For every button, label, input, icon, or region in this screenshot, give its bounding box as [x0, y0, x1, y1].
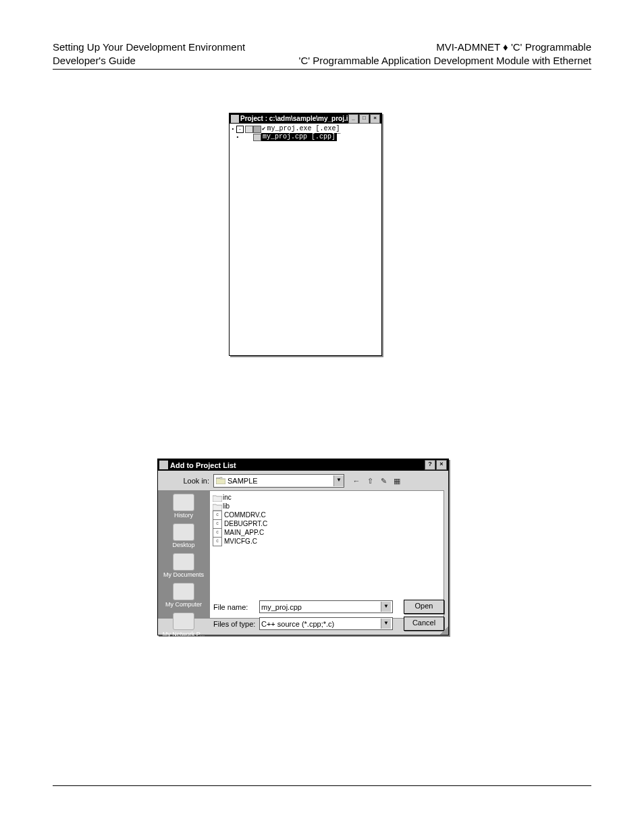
list-item[interactable]: c COMMDRV.C [213, 511, 441, 519]
lookin-row: Look in: SAMPLE ▼ ← ⇧ ✎ ▦ [158, 471, 448, 490]
close-button[interactable]: × [370, 114, 380, 124]
filename-row: File name: my_proj.cpp ▼ Open [213, 600, 444, 614]
up-one-level-icon[interactable]: ⇧ [365, 475, 375, 486]
tree-child-row[interactable]: • my_proj.cpp [.cpp] [231, 133, 380, 141]
resize-grip[interactable] [440, 627, 448, 635]
header-left-line1: Setting Up Your Development Environment [53, 41, 245, 54]
folder-icon [213, 503, 221, 510]
place-mydocs-label: My Documents [160, 571, 207, 578]
open-button[interactable]: Open [404, 600, 444, 614]
dialog-title: Add to Project List [170, 461, 424, 469]
cancel-button[interactable]: Cancel [404, 617, 444, 631]
maximize-button[interactable]: □ [359, 114, 369, 124]
folder-icon [213, 494, 221, 501]
dialog-bottom: File name: my_proj.cpp ▼ Open Files of t… [213, 597, 444, 631]
file-icon [253, 134, 261, 141]
lookin-value: SAMPLE [227, 477, 333, 485]
c-file-icon: c [213, 511, 222, 520]
tree-root-row[interactable]: • - ✔ my_proj.exe [.exe] [231, 125, 380, 133]
file-name: lib [223, 502, 230, 511]
header-left-line2: Developer's Guide [53, 54, 245, 68]
project-tree[interactable]: • - ✔ my_proj.exe [.exe] • my_proj.cpp [… [230, 124, 381, 142]
dropdown-arrow-icon[interactable]: ▼ [333, 475, 344, 486]
header-right-line2: 'C' Programmable Application Development… [299, 54, 591, 68]
project-titlebar[interactable]: Project : c:\adm\sample\my_proj.ide _ □ … [230, 113, 381, 124]
project-app-icon [231, 115, 239, 123]
place-history-label: History [160, 512, 207, 519]
place-mynetwork-label: My Network P... [160, 631, 207, 637]
footer-rule [53, 785, 591, 786]
places-bar: History Desktop My Documents My Computer… [158, 490, 209, 619]
c-file-icon: c [213, 528, 222, 538]
back-icon[interactable]: ← [351, 475, 362, 486]
lookin-label: Look in: [162, 477, 213, 485]
dialog-titlebar[interactable]: Add to Project List ? × [158, 459, 448, 471]
history-icon [173, 494, 194, 511]
filetype-row: Files of type: C++ source (*.cpp;*.c) ▼ … [213, 617, 444, 631]
place-mycomputer-label: My Computer [160, 601, 207, 608]
filename-value: my_proj.cpp [261, 603, 302, 611]
mydocuments-icon [173, 553, 194, 571]
file-dialog-toolbar: ← ⇧ ✎ ▦ [351, 475, 402, 486]
place-mydocs[interactable]: My Documents [160, 552, 207, 580]
c-file-icon: c [213, 537, 222, 546]
filetype-dropdown[interactable]: C++ source (*.cpp;*.c) ▼ [259, 617, 393, 630]
bullet-icon: • [236, 133, 240, 141]
computer-icon [173, 583, 194, 600]
folder-open-icon [216, 477, 225, 485]
gear-icon [253, 126, 261, 133]
header-rule [53, 69, 591, 70]
list-item[interactable]: c MVICFG.C [213, 537, 441, 546]
header-right-line1: MVI-ADMNET ♦ 'C' Programmable [299, 41, 591, 54]
exe-icon [245, 126, 253, 133]
dialog-close-button[interactable]: × [436, 460, 447, 470]
bullet-icon: • [231, 125, 235, 133]
file-list: inc lib c COMMDRV.C c DEBUGPRT.C [210, 491, 444, 548]
project-window: Project : c:\adm\sample\my_proj.ide _ □ … [229, 113, 382, 356]
filename-input[interactable]: my_proj.cpp ▼ [259, 600, 393, 613]
place-desktop-label: Desktop [160, 542, 207, 548]
file-name: MAIN_APP.C [224, 528, 264, 537]
place-desktop[interactable]: Desktop [160, 522, 207, 550]
dropdown-arrow-icon[interactable]: ▼ [381, 602, 391, 612]
file-name: inc [223, 493, 232, 502]
list-item[interactable]: c DEBUGPRT.C [213, 519, 441, 528]
dialog-app-icon [159, 461, 168, 469]
list-item[interactable]: inc [213, 493, 441, 502]
page-header: Setting Up Your Development Environment … [53, 41, 591, 67]
minimize-button[interactable]: _ [348, 114, 358, 124]
list-item[interactable]: lib [213, 502, 441, 511]
expand-toggle[interactable]: - [236, 126, 244, 133]
c-file-icon: c [213, 519, 222, 529]
tree-root-label: my_proj.exe [.exe] [266, 125, 340, 134]
check-icon: ✔ [261, 125, 266, 133]
place-mycomputer[interactable]: My Computer [160, 581, 207, 610]
project-title: Project : c:\adm\sample\my_proj.ide [240, 115, 348, 122]
place-mynetwork[interactable]: My Network P... [160, 611, 207, 640]
filetype-label: Files of type: [213, 620, 259, 628]
new-folder-icon[interactable]: ✎ [378, 475, 389, 486]
filename-label: File name: [213, 603, 259, 611]
file-name: COMMDRV.C [224, 511, 266, 519]
file-name: DEBUGPRT.C [224, 519, 267, 528]
list-item[interactable]: c MAIN_APP.C [213, 528, 441, 537]
place-history[interactable]: History [160, 492, 207, 521]
dropdown-arrow-icon[interactable]: ▼ [381, 619, 391, 629]
network-icon [173, 613, 194, 630]
desktop-icon [173, 523, 194, 541]
tree-child-label: my_proj.cpp [.cpp] [261, 133, 337, 141]
file-name: MVICFG.C [224, 537, 257, 546]
views-icon[interactable]: ▦ [392, 475, 402, 486]
add-to-project-dialog: Add to Project List ? × Look in: SAMPLE … [157, 459, 449, 635]
filetype-value: C++ source (*.cpp;*.c) [261, 620, 334, 628]
lookin-dropdown[interactable]: SAMPLE ▼ [213, 474, 344, 488]
help-button[interactable]: ? [425, 460, 435, 470]
